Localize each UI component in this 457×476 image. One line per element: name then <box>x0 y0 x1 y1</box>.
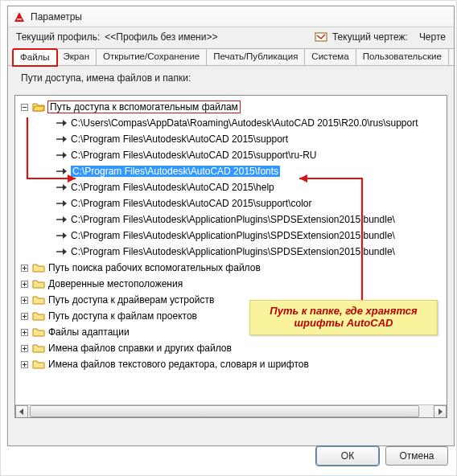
tree-path-node[interactable]: C:\Program Files\Autodesk\ApplicationPlu… <box>43 244 447 260</box>
horizontal-scrollbar[interactable] <box>15 404 447 417</box>
scrollbar-thumb[interactable] <box>30 405 419 417</box>
tree-path-node[interactable]: C:\Program Files\Autodesk\AutoCAD 2015\s… <box>43 131 447 147</box>
folder-icon <box>32 358 45 371</box>
folder-node-label: Файлы адаптации <box>48 326 130 338</box>
folder-icon <box>32 261 45 274</box>
tab-drafting[interactable]: Постро <box>448 48 455 65</box>
tree-path-node[interactable]: C:\Program Files\Autodesk\AutoCAD 2015\h… <box>43 179 447 195</box>
cancel-button[interactable]: Отмена <box>385 446 448 466</box>
tab-userprefs[interactable]: Пользовательские <box>356 48 449 65</box>
path-arrow-icon <box>55 149 68 162</box>
folder-node-label: Путь доступа к драйверам устройств <box>48 294 214 306</box>
folder-icon <box>32 326 45 339</box>
current-drawing-label: Текущий чертеж: <box>332 31 408 43</box>
ok-button[interactable]: ОК <box>316 446 379 466</box>
expand-plus-icon[interactable] <box>19 294 31 306</box>
tree-area: Путь доступа к вспомогательным файламC:\… <box>14 95 447 418</box>
expand-plus-icon[interactable] <box>19 343 31 355</box>
folder-icon <box>32 310 45 322</box>
tree-path-node[interactable]: C:\Program Files\Autodesk\ApplicationPlu… <box>43 211 447 228</box>
path-entry: C:\Program Files\Autodesk\AutoCAD 2015\h… <box>71 182 274 193</box>
folder-node-label: Имена файлов текстового редактора, слова… <box>48 359 309 370</box>
svg-rect-0 <box>315 33 327 41</box>
path-entry: C:\Program Files\Autodesk\AutoCAD 2015\f… <box>71 166 280 177</box>
path-arrow-icon <box>55 229 68 242</box>
path-entry: C:\Users\Compas\AppData\Roaming\Autodesk… <box>71 117 418 129</box>
path-arrow-icon <box>55 213 68 226</box>
window-title: Параметры <box>31 11 82 23</box>
path-arrow-icon <box>55 117 68 129</box>
tab-system[interactable]: Система <box>304 48 356 65</box>
tab-files[interactable]: Файлы <box>13 49 57 66</box>
tree-path-node[interactable]: C:\Program Files\Autodesk\ApplicationPlu… <box>43 228 447 244</box>
path-entry: C:\Program Files\Autodesk\AutoCAD 2015\s… <box>71 150 316 161</box>
tab-plot[interactable]: Печать/Публикация <box>206 48 305 65</box>
folder-node-label: Путь доступа к файлам проектов <box>48 310 197 322</box>
tree-folder-node[interactable]: Путь поиска рабочих вспомогательных файл… <box>19 260 447 276</box>
folder-node-label: Путь поиска рабочих вспомогательных файл… <box>48 262 261 273</box>
path-arrow-icon <box>55 133 68 146</box>
root-node-label: Путь доступа к вспомогательным файлам <box>48 101 240 113</box>
tree-caption: Пути доступа, имена файлов и папки: <box>14 71 447 87</box>
current-profile-label: Текущий профиль: <box>16 31 100 43</box>
tree-folder-node[interactable]: Доверенные местоположения <box>19 276 447 292</box>
tree-scroll[interactable]: Путь доступа к вспомогательным файламC:\… <box>15 96 447 417</box>
folder-open-icon <box>32 101 45 113</box>
tab-display[interactable]: Экран <box>56 48 97 65</box>
tree-path-node[interactable]: C:\Program Files\Autodesk\AutoCAD 2015\s… <box>43 195 447 211</box>
folder-icon <box>32 342 45 355</box>
drawing-icon <box>315 31 327 43</box>
expand-plus-icon[interactable] <box>19 359 31 371</box>
current-profile-value: <<Профиль без имени>> <box>105 31 217 43</box>
path-entry: C:\Program Files\Autodesk\ApplicationPlu… <box>71 230 395 241</box>
folder-icon <box>32 293 45 306</box>
expand-plus-icon[interactable] <box>19 262 31 274</box>
folder-icon <box>32 277 45 290</box>
folder-node-label: Имена файлов справки и других файлов <box>48 343 232 354</box>
tab-opensave[interactable]: Открытие/Сохранение <box>96 48 207 65</box>
tree-path-node[interactable]: C:\Users\Compas\AppData\Roaming\Autodesk… <box>43 115 447 131</box>
path-arrow-icon <box>55 245 68 258</box>
path-entry: C:\Program Files\Autodesk\AutoCAD 2015\s… <box>71 133 288 145</box>
tree-path-node[interactable]: C:\Program Files\Autodesk\AutoCAD 2015\f… <box>43 163 447 179</box>
expand-plus-icon[interactable] <box>19 326 31 339</box>
scroll-right-button[interactable] <box>434 405 447 418</box>
tree-folder-node[interactable]: Имена файлов текстового редактора, слова… <box>19 356 447 372</box>
dialog-buttons: ОК Отмена <box>316 446 448 466</box>
annotation-callout: Путь к папке, где хранятся шрифты AutoCA… <box>249 300 438 335</box>
titlebar: Параметры <box>8 6 454 27</box>
path-entry: C:\Program Files\Autodesk\ApplicationPlu… <box>71 246 395 257</box>
profile-row: Текущий профиль: <<Профиль без имени>> Т… <box>8 27 454 47</box>
tree-folder-node[interactable]: Имена файлов справки и других файлов <box>19 340 447 356</box>
options-dialog: Параметры Текущий профиль: <<Профиль без… <box>7 6 455 446</box>
path-entry: C:\Program Files\Autodesk\ApplicationPlu… <box>71 214 395 225</box>
path-arrow-icon <box>55 181 68 194</box>
tree-path-node[interactable]: C:\Program Files\Autodesk\AutoCAD 2015\s… <box>43 147 447 163</box>
tree-root-node[interactable]: Путь доступа к вспомогательным файлам <box>19 99 447 115</box>
path-arrow-icon <box>55 165 68 178</box>
path-arrow-icon <box>55 197 68 210</box>
path-entry: C:\Program Files\Autodesk\AutoCAD 2015\s… <box>71 198 311 209</box>
scroll-left-button[interactable] <box>15 405 28 418</box>
expand-minus-icon[interactable] <box>19 101 31 113</box>
folder-node-label: Доверенные местоположения <box>48 278 183 289</box>
autocad-app-icon <box>13 10 26 23</box>
expand-plus-icon[interactable] <box>19 310 31 322</box>
scrollbar-track[interactable] <box>28 405 434 417</box>
current-drawing-value: Черте <box>419 31 446 43</box>
expand-plus-icon[interactable] <box>19 278 31 290</box>
tab-strip: Файлы Экран Открытие/Сохранение Печать/П… <box>8 48 454 66</box>
